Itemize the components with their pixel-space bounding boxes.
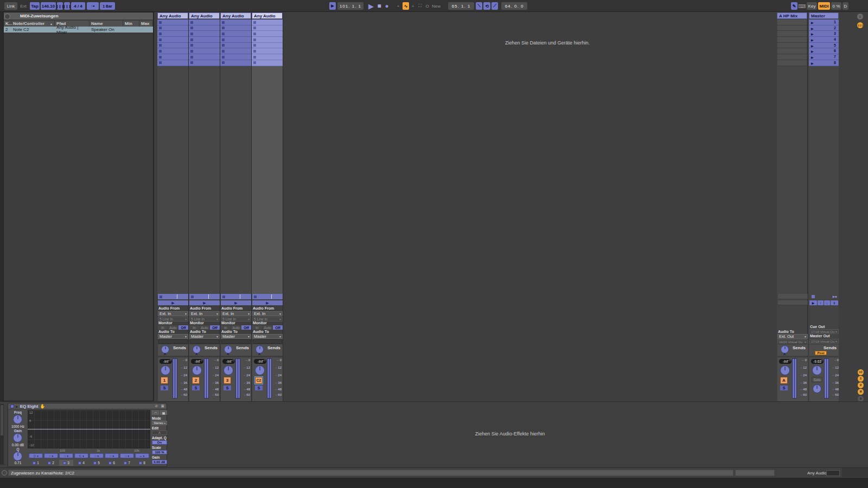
clip-slot[interactable] (220, 20, 251, 25)
nudge-down-icon[interactable]: ⟍ (476, 2, 482, 10)
band-filter-chooser[interactable]: ○ (44, 453, 58, 458)
solo-button[interactable]: S (780, 386, 788, 390)
eq-piano-toggle-icon[interactable]: ▦ (160, 410, 167, 415)
back-to-arrangement-icon[interactable]: ▶■ (833, 294, 837, 298)
re-enable-automation-icon[interactable]: + (410, 2, 416, 10)
column-max[interactable]: Max (139, 21, 153, 27)
band-checkbox[interactable] (33, 461, 36, 465)
track-header[interactable]: Any Audio (189, 12, 220, 19)
metronome-2-icon[interactable]: ❙❙❙ (64, 2, 70, 10)
clip-stop-all-slot[interactable] (252, 294, 283, 299)
monitor-auto-button[interactable]: Auto (168, 325, 178, 330)
panel-fold-button[interactable] (4, 14, 10, 20)
hot-swap-icon[interactable]: ⊘ (155, 404, 158, 408)
input-type-chooser[interactable]: Ext. In (252, 311, 283, 316)
column-channel[interactable]: K... (4, 21, 11, 27)
track-header[interactable]: Any Audio (220, 12, 251, 19)
post-pre-toggle[interactable]: Post (815, 351, 827, 355)
clip-slot[interactable] (220, 54, 251, 60)
clip-slot[interactable] (252, 43, 283, 49)
quantization-menu[interactable]: 1 Bar (100, 2, 115, 10)
output-type-chooser[interactable]: Master (189, 334, 220, 339)
mode-chooser[interactable]: Stereo▾ (152, 421, 167, 425)
track-annotation-box[interactable] (190, 339, 219, 344)
info-view-toggle[interactable] (2, 470, 7, 476)
status-value-box[interactable] (826, 470, 840, 476)
eq-curve-toggle-icon[interactable]: ◠ (152, 410, 159, 415)
toggle-returns-section[interactable]: R (858, 382, 864, 388)
scene-slot[interactable]: ▶3 (809, 31, 839, 37)
new-button[interactable]: New (431, 2, 441, 10)
column-min[interactable]: Min (123, 21, 139, 27)
output-type-chooser[interactable]: Master (252, 334, 283, 339)
clip-slot[interactable] (157, 25, 188, 31)
track-header[interactable]: Any Audio (157, 12, 188, 19)
punch-in-field[interactable]: 65. 1. 1 (448, 2, 474, 10)
scene-down-button[interactable]: ↓ (824, 300, 830, 305)
scene-slot[interactable]: ▶1 (809, 20, 839, 25)
device-title-bar[interactable]: ▶ EQ Eight ✋ ⊘ ▣ (8, 403, 167, 409)
cue-volume-knob[interactable] (813, 384, 821, 393)
freq-knob[interactable] (13, 415, 22, 424)
column-name[interactable]: Name (90, 21, 123, 27)
monitor-auto-button[interactable]: Auto (200, 325, 209, 330)
clip-stop-all-slot[interactable] (221, 294, 251, 299)
adapt-q-toggle[interactable]: On (152, 440, 167, 445)
monitor-in-button[interactable]: In (158, 325, 168, 330)
stop-all-clips-icon[interactable] (812, 295, 815, 298)
scene-slot[interactable]: ▶6 (809, 48, 839, 54)
clip-slot[interactable] (220, 48, 251, 54)
device-fold-icon[interactable]: ▶ (16, 404, 18, 408)
band-filter-chooser[interactable]: ○ (59, 453, 73, 458)
band-toggle[interactable]: 8 (135, 460, 149, 466)
toggle-sends-section[interactable]: S (858, 376, 864, 382)
clip-slot[interactable] (252, 54, 283, 60)
clip-slot[interactable] (157, 54, 188, 60)
monitor-in-button[interactable]: In (189, 325, 199, 330)
track-header[interactable]: Any Audio (252, 12, 283, 19)
band-toggle[interactable]: 5 (90, 460, 104, 466)
band-toggle[interactable]: 4 (74, 460, 88, 466)
scene-slot[interactable]: ▶8 (809, 60, 839, 66)
cue-out-chooser[interactable]: 17/18 Virtual Ou (809, 329, 839, 334)
return-activator-button[interactable]: A (780, 377, 788, 384)
punch-out-field[interactable]: 64. 0. 0 (501, 2, 527, 10)
pan-knob[interactable] (161, 365, 170, 375)
monitor-in-button[interactable]: In (252, 325, 262, 330)
device-activator-toggle[interactable] (10, 404, 14, 408)
band-checkbox[interactable] (108, 461, 112, 465)
clip-slot[interactable] (189, 31, 220, 37)
solo-button[interactable]: S (192, 386, 200, 390)
clip-slot[interactable] (220, 37, 251, 43)
edit-ab-toggle[interactable]: A (152, 431, 167, 435)
track-launch-row[interactable]: ▶ (252, 300, 283, 305)
monitor-auto-button[interactable]: Auto (231, 325, 241, 330)
clip-slot[interactable] (189, 37, 220, 43)
track-annotation-box[interactable] (253, 339, 282, 344)
band-gain-knob[interactable] (13, 433, 22, 442)
clip-slot[interactable] (189, 54, 220, 60)
band-toggle[interactable]: 7 (120, 460, 134, 466)
scene-slot[interactable]: ▶2 (809, 25, 839, 31)
master-track-header[interactable]: Master (809, 12, 839, 19)
scene-slot[interactable]: ▶7 (809, 54, 839, 60)
toggle-mixer-section[interactable]: M (858, 389, 864, 395)
clip-slot[interactable] (252, 37, 283, 43)
metronome-icon[interactable]: ❙❙❙ (57, 2, 63, 10)
monitor-off-button[interactable]: Off (241, 325, 251, 330)
track-launch-row[interactable]: ▶ (189, 300, 220, 305)
automation-arm-plus-icon[interactable]: + (395, 2, 401, 10)
nudge-up-icon[interactable]: ⟋ (492, 2, 498, 10)
track-activator-button[interactable]: 2 (192, 377, 200, 384)
follow-button[interactable]: ▶ (329, 2, 336, 10)
midi-map-button[interactable]: MIDI (818, 2, 830, 10)
band-filter-chooser[interactable]: ○ (105, 453, 119, 458)
draw-mode-icon[interactable]: ✎ (791, 2, 797, 10)
scene-fire-button[interactable]: ▶ (809, 300, 817, 305)
monitor-auto-button[interactable]: Auto (263, 325, 272, 330)
ext-button[interactable]: Ext (18, 2, 28, 10)
clip-slot[interactable] (157, 31, 188, 37)
clip-slot[interactable] (157, 43, 188, 49)
midi-mapping-row[interactable]: 2 Note C2 Any Audio | Mixer Speaker On (4, 27, 153, 33)
scene-slot[interactable]: ▶4 (809, 37, 839, 43)
